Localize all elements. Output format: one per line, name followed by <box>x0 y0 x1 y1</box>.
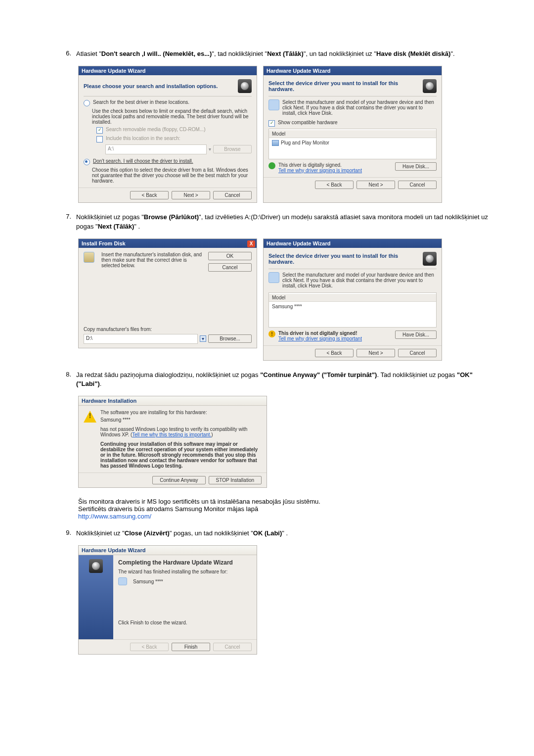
cancel-button[interactable]: Cancel <box>398 181 437 189</box>
next-button[interactable]: Next > <box>356 349 395 357</box>
window-title: Hardware Update Wizard <box>264 239 442 248</box>
cancel-button[interactable]: Cancel <box>213 191 252 199</box>
dialog-title: Hardware Installation <box>79 396 267 406</box>
radio-search-best[interactable] <box>84 100 90 106</box>
wizard-headline: Please choose your search and installati… <box>84 83 218 89</box>
testing-important-link[interactable]: Tell me why this testing is important. <box>132 432 211 437</box>
browse-button[interactable]: Browse... <box>208 334 252 343</box>
step6-text: Atlasiet "Don't search ,I will.. (Nemekl… <box>76 49 494 59</box>
step-number: 9. <box>59 529 71 536</box>
step-number: 7. <box>59 213 71 220</box>
monitor-icon <box>272 140 279 146</box>
driver-signing-link[interactable]: Tell me why driver signing is important <box>278 168 362 173</box>
dialog-title: Install From Disk <box>79 239 257 248</box>
have-disk-button[interactable]: Have Disk... <box>395 162 437 171</box>
back-button[interactable]: < Back <box>315 181 354 189</box>
window-title: Hardware Update Wizard <box>79 66 257 75</box>
wizard-select-driver-1: Hardware Update Wizard Select the device… <box>263 66 442 203</box>
samsung-url-link[interactable]: http://www.samsung.com/ <box>78 513 151 520</box>
check-include-location <box>96 136 103 142</box>
driver-icon <box>268 272 279 283</box>
driver-icon <box>268 99 279 110</box>
wizard-headline: Select the device driver you want to ins… <box>268 253 423 265</box>
wizard-sidebar <box>79 555 113 639</box>
back-button: < Back <box>130 643 169 651</box>
browse-button: Browse <box>213 145 252 153</box>
path-input: A:\ <box>105 144 207 154</box>
close-icon[interactable]: X <box>247 240 255 247</box>
warning-triangle-icon <box>84 410 96 423</box>
signed-ok-icon <box>268 162 275 169</box>
cancel-button: Cancel <box>213 643 252 651</box>
window-title: Hardware Update Wizard <box>79 546 257 555</box>
wizard-complete: Hardware Update Wizard Completing the Ha… <box>78 545 257 655</box>
step9-text: Noklikšķiniet uz "Close (Aizvērt)" pogas… <box>76 529 494 538</box>
step-number: 6. <box>59 49 71 57</box>
hardware-installation-warning: Hardware Installation The software you a… <box>78 396 267 488</box>
stop-installation-button[interactable]: STOP Installation <box>209 476 262 484</box>
install-from-disk-dialog: Install From Disk X Insert the manufactu… <box>78 238 257 348</box>
finish-button[interactable]: Finish <box>172 643 210 651</box>
next-button[interactable]: Next > <box>356 181 395 189</box>
cancel-button[interactable]: Cancel <box>208 263 252 272</box>
have-disk-button[interactable]: Have Disk... <box>395 331 437 339</box>
list-item[interactable]: Plug and Play Monitor <box>269 138 436 148</box>
check-removable <box>96 127 103 134</box>
wizard-icon <box>423 252 437 266</box>
back-button[interactable]: < Back <box>130 191 169 199</box>
wizard-icon <box>89 559 103 573</box>
note-line: Šis monitora draiveris ir MS logo sertif… <box>78 498 494 505</box>
back-button[interactable]: < Back <box>315 349 354 357</box>
wizard-icon <box>238 79 252 93</box>
wizard-select-driver-2: Hardware Update Wizard Select the device… <box>263 238 442 361</box>
radio-dont-search[interactable] <box>84 159 90 165</box>
next-button[interactable]: Next > <box>172 191 210 199</box>
wizard-search-options: Hardware Update Wizard Please choose you… <box>78 66 257 203</box>
check-show-compatible[interactable] <box>268 120 275 127</box>
model-list[interactable]: Model Samsung **** <box>268 292 437 328</box>
wizard-headline: Select the device driver you want to ins… <box>268 80 423 92</box>
wizard-icon <box>423 79 437 93</box>
step-number: 8. <box>59 371 71 378</box>
monitor-icon <box>118 577 127 585</box>
driver-signing-link[interactable]: Tell me why driver signing is important <box>278 336 362 341</box>
step8-text: Ja redzat šādu paziņojuma dialoglodziņu,… <box>76 371 494 389</box>
window-title: Hardware Update Wizard <box>264 66 442 75</box>
continue-anyway-button[interactable]: Continue Anyway <box>152 476 205 484</box>
copy-from-input[interactable]: D:\ <box>84 334 198 344</box>
note-line: Sertificēts draiveris būs atrodams Samsu… <box>78 505 494 513</box>
list-item[interactable]: Samsung **** <box>269 302 436 311</box>
step7-text: Noklikšķiniet uz pogas "Browse (Pārlūkot… <box>76 213 494 232</box>
warning-icon <box>268 331 275 337</box>
cancel-button[interactable]: Cancel <box>398 349 437 357</box>
disk-icon <box>84 252 94 263</box>
model-list[interactable]: Model Plug and Play Monitor <box>268 129 437 159</box>
ok-button[interactable]: OK <box>208 252 252 260</box>
